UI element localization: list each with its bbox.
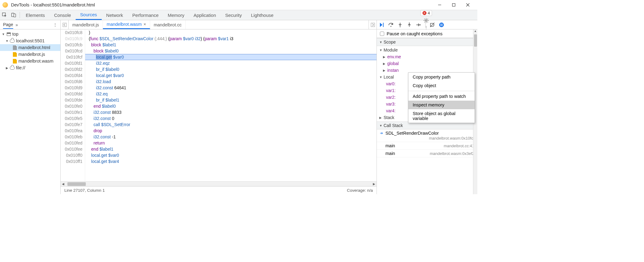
- main-area: Page » ⋮ ▼top ▼localhost:5501 mandelbrot…: [0, 20, 477, 194]
- tree-host[interactable]: ▼localhost:5501: [0, 37, 60, 44]
- navigator-panel: Page » ⋮ ▼top ▼localhost:5501 mandelbrot…: [0, 20, 61, 194]
- scope-module[interactable]: ▼Module: [377, 47, 477, 53]
- navigator-header: Page » ⋮: [0, 20, 60, 29]
- svg-point-11: [390, 26, 391, 27]
- scroll-up-arrow[interactable]: ▲: [473, 29, 477, 34]
- window-buttons: [433, 1, 475, 9]
- cloud-icon: [10, 39, 15, 43]
- file-tab[interactable]: mandelbrot.wasm×: [103, 20, 150, 29]
- pause-on-exceptions-row[interactable]: Pause on caught exceptions: [377, 29, 477, 38]
- tab-security[interactable]: Security: [221, 10, 246, 20]
- svg-rect-1: [453, 4, 455, 6]
- step-out-icon[interactable]: [406, 22, 412, 28]
- scope-module-item[interactable]: ▶global…: [377, 60, 477, 67]
- svg-rect-6: [14, 14, 16, 17]
- close-button[interactable]: [461, 1, 475, 9]
- error-icon: ✕: [422, 11, 426, 15]
- navigator-more-tabs-icon[interactable]: »: [16, 22, 18, 27]
- tab-console[interactable]: Console: [50, 10, 76, 20]
- context-menu-item[interactable]: Store object as global variable: [408, 109, 475, 123]
- context-menu-item[interactable]: Copy property path: [408, 73, 475, 81]
- tab-performance[interactable]: Performance: [128, 10, 163, 20]
- minimize-button[interactable]: [433, 1, 447, 9]
- scroll-thumb[interactable]: [474, 34, 477, 47]
- checkbox-unchecked[interactable]: [380, 32, 384, 36]
- svg-point-14: [420, 24, 421, 25]
- error-count: 4: [428, 11, 430, 15]
- tree-file-html[interactable]: mandelbrot.html: [0, 44, 60, 51]
- horizontal-scrollbar[interactable]: ◀ ▶: [61, 181, 377, 186]
- callstack-frame[interactable]: mainmandelbrot.wasm:0x3ef2: [377, 150, 477, 157]
- pause-state-icon[interactable]: [438, 22, 445, 28]
- file-tab[interactable]: mandelbrot.js: [69, 20, 103, 29]
- scroll-left-arrow[interactable]: ◀: [61, 182, 66, 186]
- file-tab[interactable]: mandelbrot.cc: [150, 20, 186, 29]
- context-menu-item[interactable]: Inspect memory: [408, 101, 475, 109]
- window-title: DevTools - localhost:5501/mandelbrot.htm…: [11, 2, 95, 7]
- devtools-app-icon: [2, 2, 8, 8]
- deactivate-breakpoints-icon[interactable]: [429, 22, 435, 28]
- file-icon: [13, 45, 17, 50]
- context-menu-item[interactable]: Add property path to watch: [408, 92, 475, 101]
- scope-module-item[interactable]: ▶env.me…: [377, 53, 477, 60]
- coverage-status: Coverage: n/a: [347, 188, 373, 193]
- toolbar-divider: [20, 12, 20, 18]
- svg-rect-10: [383, 23, 384, 27]
- devtools-tabs: ElementsConsoleSourcesNetworkPerformance…: [21, 10, 377, 20]
- devtools-tabsbar: ElementsConsoleSourcesNetworkPerformance…: [0, 10, 477, 20]
- svg-point-13: [409, 22, 410, 23]
- cursor-position: Line 27107, Column 1: [64, 188, 105, 193]
- code-editor[interactable]: 0x010fc80x010fc90x010fcb0x010fcd0x010fcf…: [61, 29, 377, 181]
- step-into-icon[interactable]: [397, 22, 403, 28]
- resume-icon[interactable]: [379, 22, 385, 28]
- scope-section-header[interactable]: ▼Scope: [377, 38, 477, 46]
- tab-sources[interactable]: Sources: [76, 10, 102, 20]
- file-tree: ▼top ▼localhost:5501 mandelbrot.html man…: [0, 29, 60, 72]
- scroll-thumb[interactable]: [67, 182, 86, 186]
- debugger-panel: Pause on caught exceptions ▼Scope ▼Modul…: [377, 20, 477, 194]
- scroll-right-arrow[interactable]: ▶: [372, 182, 377, 186]
- tab-memory[interactable]: Memory: [163, 10, 189, 20]
- file-icon: [13, 59, 17, 64]
- inspect-element-icon[interactable]: [0, 10, 9, 20]
- svg-rect-18: [442, 24, 442, 26]
- pause-label: Pause on caught exceptions: [387, 31, 442, 36]
- svg-point-12: [400, 26, 400, 27]
- editor-tabsbar: mandelbrot.jsmandelbrot.wasm×mandelbrot.…: [61, 20, 377, 29]
- maximize-button[interactable]: [447, 1, 461, 9]
- code-lines[interactable]: ) (func $SDL_SetRenderDrawColor (;444;) …: [85, 29, 377, 181]
- step-icon[interactable]: [415, 22, 422, 28]
- step-over-icon[interactable]: [388, 22, 394, 28]
- history-fwd-icon[interactable]: [369, 20, 377, 29]
- tab-lighthouse[interactable]: Lighthouse: [246, 10, 278, 20]
- context-menu[interactable]: Copy property pathCopy objectAdd propert…: [408, 72, 475, 123]
- file-icon: [13, 52, 17, 57]
- window-titlebar: DevTools - localhost:5501/mandelbrot.htm…: [0, 0, 477, 10]
- tab-application[interactable]: Application: [189, 10, 221, 20]
- tree-top[interactable]: ▼top: [0, 31, 60, 37]
- svg-rect-17: [441, 24, 441, 26]
- callstack-frame[interactable]: mainmandelbrot.cc:41: [377, 142, 477, 150]
- history-back-icon[interactable]: [61, 20, 69, 29]
- editor-panel: mandelbrot.jsmandelbrot.wasm×mandelbrot.…: [61, 20, 377, 194]
- gutter: 0x010fc80x010fc90x010fcb0x010fcd0x010fcf…: [61, 29, 85, 181]
- toolbar-separator: [425, 22, 426, 28]
- context-menu-item[interactable]: Copy object: [408, 81, 475, 90]
- debugger-toolbar: [377, 20, 477, 29]
- tree-file-scheme[interactable]: ▶file://: [0, 64, 60, 71]
- tab-network[interactable]: Network: [102, 10, 128, 20]
- tree-file-wasm[interactable]: mandelbrot.wasm: [0, 58, 60, 64]
- cloud-icon: [10, 66, 15, 70]
- callstack-frame[interactable]: ➔SDL_SetRenderDrawColormandelbrot.wasm:0…: [377, 129, 477, 142]
- error-badge[interactable]: ✕4: [420, 10, 432, 16]
- navigator-menu-icon[interactable]: ⋮: [53, 22, 57, 27]
- frame-icon: [7, 33, 11, 36]
- svg-point-16: [439, 22, 444, 27]
- close-tab-icon[interactable]: ×: [143, 22, 146, 27]
- current-frame-icon: ➔: [380, 131, 384, 135]
- tree-file-js[interactable]: mandelbrot.js: [0, 51, 60, 58]
- device-toolbar-icon[interactable]: [9, 10, 18, 20]
- editor-statusbar: Line 27107, Column 1 Coverage: n/a: [61, 186, 377, 194]
- navigator-tab-page[interactable]: Page: [3, 22, 13, 29]
- tab-elements[interactable]: Elements: [21, 10, 50, 20]
